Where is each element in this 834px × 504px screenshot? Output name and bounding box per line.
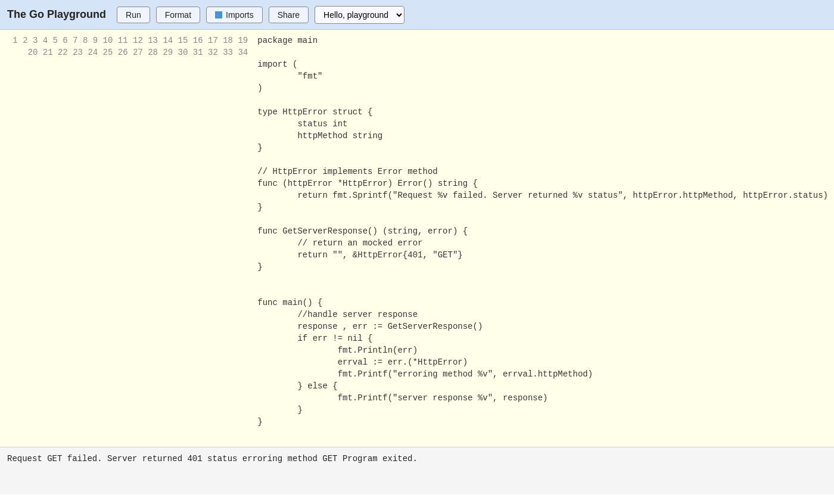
header: The Go Playground Run Format Imports Sha… [0,0,834,30]
share-button[interactable]: Share [269,7,309,23]
format-button[interactable]: Format [156,7,200,23]
imports-button[interactable]: Imports [206,7,263,23]
editor-area: 1 2 3 4 5 6 7 8 9 10 11 12 13 14 15 16 1… [0,30,834,447]
hello-select[interactable]: Hello, playgroundFibonacciConcurrent piG… [315,6,404,24]
line-numbers: 1 2 3 4 5 6 7 8 9 10 11 12 13 14 15 16 1… [0,30,251,447]
output-area: Request GET failed. Server returned 401 … [0,447,834,494]
code-editor[interactable]: package main import ( "fmt" ) type HttpE… [251,30,834,447]
run-button[interactable]: Run [117,7,150,23]
imports-icon [215,11,222,18]
app-title: The Go Playground [7,8,106,21]
